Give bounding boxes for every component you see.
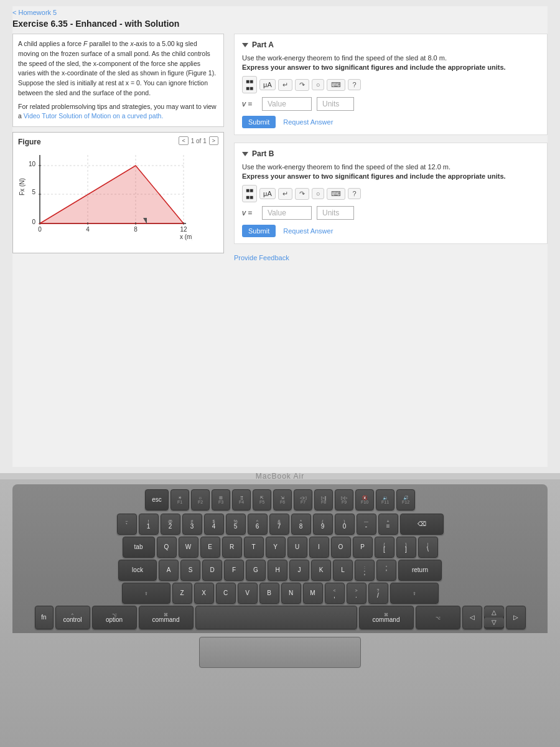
key-period[interactable]: > . [347,583,366,604]
key-f12[interactable]: 🔊 F12 [396,489,415,510]
key-f9[interactable]: ▷▷ F9 [335,489,353,510]
part-b-toolbar-mu-btn[interactable]: μA [259,188,276,199]
part-a-toolbar-arrow-btn[interactable]: ↵ [278,79,292,91]
key-6[interactable]: ^ 6 [248,514,268,535]
key-9[interactable]: ( 9 [313,514,333,535]
key-tilde[interactable]: ~ ` [117,514,137,535]
key-f7[interactable]: ◁◁ F7 [294,489,312,510]
key-control[interactable]: ^ control [55,606,90,629]
key-s[interactable]: S [180,560,200,581]
key-r[interactable]: R [222,537,242,558]
key-k[interactable]: K [311,560,331,581]
part-a-request-btn[interactable]: Request Answer [283,118,333,126]
key-z[interactable]: Z [172,583,192,604]
video-link[interactable]: Video Tutor Solution of Motion on a curv… [24,112,164,120]
key-command-left[interactable]: ⌘ command [139,606,194,629]
key-t[interactable]: T [244,537,264,558]
figure-prev-btn[interactable]: < [179,136,188,145]
part-b-toolbar-matrix-btn[interactable]: ■■■■ [242,185,257,202]
key-q[interactable]: Q [157,537,177,558]
key-shift-right[interactable]: ⇧ [390,583,439,604]
key-f10[interactable]: 🔇 F10 [355,489,374,510]
key-minus[interactable]: — - [357,514,376,535]
key-shift-left[interactable]: ⇧ [122,583,170,604]
key-n[interactable]: N [281,583,301,604]
part-b-header[interactable]: Part B [242,149,539,158]
key-f1[interactable]: ☀ F1 [170,489,189,510]
key-w[interactable]: W [179,537,198,558]
part-b-request-btn[interactable]: Request Answer [283,227,333,235]
key-v[interactable]: V [238,583,258,604]
key-a[interactable]: A [159,560,179,581]
key-slash[interactable]: ? / [368,583,388,604]
part-a-toolbar-redo-btn[interactable]: ↷ [295,79,309,91]
key-8[interactable]: * 8 [291,514,311,535]
key-7[interactable]: & 7 [269,514,289,535]
key-command-right[interactable]: ⌘ command [359,606,414,629]
part-b-toolbar-kbd-btn[interactable]: ⌨ [327,188,345,200]
key-y[interactable]: Y [266,537,286,558]
key-g[interactable]: G [246,560,266,581]
key-d[interactable]: D [202,560,222,581]
key-4[interactable]: $ 4 [204,514,224,535]
key-equals[interactable]: + = [378,514,398,535]
key-comma[interactable]: < , [325,583,345,604]
part-b-units-input[interactable]: Units [317,206,354,220]
key-f6[interactable]: ⇲ F6 [273,489,292,510]
key-arrow-left[interactable]: ◁ [462,606,482,629]
key-f5[interactable]: ⇱ F5 [253,489,271,510]
key-u[interactable]: U [287,537,307,558]
key-e[interactable]: E [200,537,220,558]
key-arrow-up[interactable]: △ [484,608,504,618]
part-b-toolbar-arrow-btn[interactable]: ↵ [278,188,292,200]
key-1[interactable]: ! 1 [139,514,159,535]
key-j[interactable]: J [289,560,309,581]
key-semicolon[interactable]: : ; [355,560,375,581]
touchpad[interactable] [199,637,361,668]
key-arrow-down[interactable]: ▽ [484,618,504,627]
part-a-toolbar-circle-btn[interactable]: ○ [312,79,325,90]
key-caps-lock[interactable]: lock [118,560,157,581]
part-b-submit-btn[interactable]: Submit [242,225,276,237]
key-f3[interactable]: ⊞ F3 [212,489,230,510]
key-option-left[interactable]: ⌥ option [92,606,137,629]
part-b-value-input[interactable]: Value [262,206,312,220]
key-0[interactable]: ) 0 [335,514,355,535]
key-3[interactable]: # 3 [182,514,202,535]
key-arrow-right[interactable]: ▷ [506,606,526,629]
key-enter[interactable]: return [398,560,442,581]
key-l[interactable]: L [333,560,353,581]
part-a-value-input[interactable]: Value [262,97,312,111]
part-a-header[interactable]: Part A [242,40,539,49]
key-esc[interactable]: esc [145,489,169,510]
key-f2[interactable]: ☼ F2 [191,489,210,510]
part-a-submit-btn[interactable]: Submit [242,116,276,128]
part-a-toolbar-kbd-btn[interactable]: ⌨ [327,79,345,91]
key-f[interactable]: F [224,560,244,581]
key-backslash[interactable]: | \ [418,537,438,558]
key-fn[interactable]: fn [35,606,54,629]
key-option-right[interactable]: ⌥ [416,606,460,629]
key-backspace[interactable]: ⌫ [400,514,444,535]
key-i[interactable]: I [309,537,329,558]
breadcrumb-link[interactable]: < Homework 5 [12,9,57,16]
part-a-toolbar-matrix-btn[interactable]: ■■■■ [242,76,257,93]
part-a-units-input[interactable]: Units [317,97,354,111]
breadcrumb[interactable]: < Homework 5 [12,6,548,17]
key-5[interactable]: % 5 [226,514,246,535]
key-quote[interactable]: " ' [376,560,396,581]
provide-feedback-link[interactable]: Provide Feedback [234,254,548,261]
key-space[interactable] [195,606,357,629]
key-tab[interactable]: tab [123,537,155,558]
key-bracket-r[interactable]: } ] [396,537,416,558]
part-b-toolbar-circle-btn[interactable]: ○ [312,188,325,199]
key-p[interactable]: P [353,537,373,558]
key-b[interactable]: B [259,583,279,604]
key-f4[interactable]: ⣿ F4 [232,489,251,510]
key-m[interactable]: M [303,583,323,604]
key-c[interactable]: C [216,583,236,604]
part-a-toolbar-mu-btn[interactable]: μA [259,79,276,90]
key-o[interactable]: O [331,537,351,558]
key-2[interactable]: @ 2 [161,514,180,535]
figure-next-btn[interactable]: > [209,136,218,145]
